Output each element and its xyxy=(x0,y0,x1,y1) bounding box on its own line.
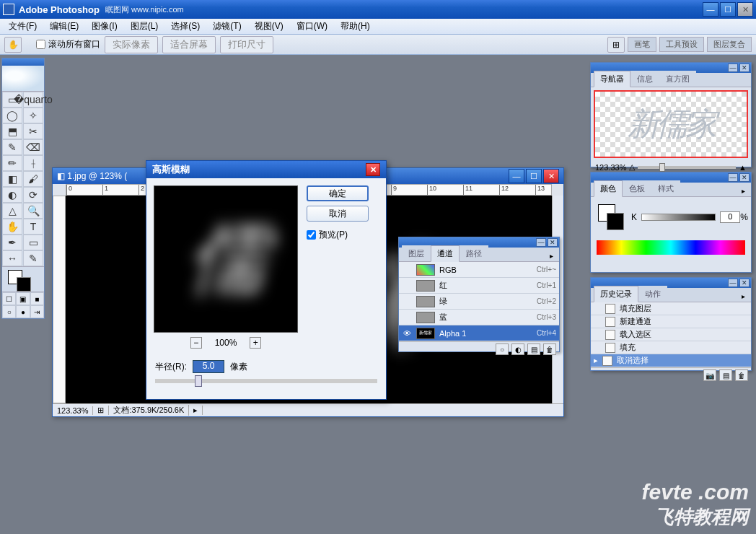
status-zoom[interactable]: 123.33% xyxy=(53,406,93,415)
color-swatches[interactable] xyxy=(2,266,44,292)
opt-tab-comps[interactable]: 图层复合 xyxy=(707,37,752,52)
tool-9[interactable]: ⟊ xyxy=(23,155,43,171)
minimize-button[interactable]: — xyxy=(703,2,718,17)
tool-12[interactable]: ◐ xyxy=(2,187,22,203)
menu-L[interactable]: 图层(L) xyxy=(126,19,163,34)
tool-10[interactable]: ◧ xyxy=(2,171,22,187)
palette-close-button[interactable]: ✕ xyxy=(739,173,750,182)
channel-row[interactable]: 绿Ctrl+2 xyxy=(399,294,559,310)
menu-I[interactable]: 图像(I) xyxy=(87,19,121,34)
dialog-close-button[interactable]: ✕ xyxy=(366,163,380,176)
scroll-all-checkbox[interactable]: 滚动所有窗口 xyxy=(36,38,100,51)
standard-mode-button[interactable]: ☐ xyxy=(2,292,16,305)
menu-S[interactable]: 选择(S) xyxy=(167,19,204,34)
save-selection-button[interactable]: ◐ xyxy=(511,343,524,355)
zoom-in-icon[interactable]: ▲ xyxy=(739,163,747,172)
paths-tab[interactable]: 路径 xyxy=(460,245,488,261)
palette-menu-icon[interactable]: ▸ xyxy=(546,250,556,261)
zoom-slider[interactable] xyxy=(638,166,736,169)
tool-8[interactable]: ✏ xyxy=(2,155,22,171)
palette-menu-icon[interactable]: ▸ xyxy=(738,185,748,196)
info-tab[interactable]: 信息 xyxy=(630,71,659,87)
tool-13[interactable]: ⟳ xyxy=(23,187,43,203)
palette-minimize-button[interactable]: — xyxy=(728,64,738,72)
tool-14[interactable]: △ xyxy=(2,203,22,219)
radius-slider[interactable] xyxy=(155,379,377,383)
palette-minimize-button[interactable]: — xyxy=(728,173,738,182)
tool-3[interactable]: ✧ xyxy=(23,108,43,123)
fit-screen-button[interactable]: 适合屏幕 xyxy=(162,36,216,53)
tool-15[interactable]: 🔍 xyxy=(23,203,43,219)
toolbox-grip[interactable] xyxy=(2,58,44,66)
history-item[interactable]: 填充图层 xyxy=(591,302,751,315)
hand-tool-icon[interactable]: ✋ xyxy=(4,37,22,53)
delete-channel-button[interactable]: 🗑 xyxy=(543,343,556,355)
print-size-button[interactable]: 打印尺寸 xyxy=(220,36,273,53)
fullscreen-menu-button[interactable]: ▣ xyxy=(16,292,30,305)
zoom-in-button[interactable]: + xyxy=(250,337,261,349)
delete-state-button[interactable]: 🗑 xyxy=(735,369,748,381)
palette-minimize-button[interactable]: — xyxy=(728,279,738,287)
tool-1[interactable]: �quarto xyxy=(23,92,43,108)
k-value-input[interactable]: 0 xyxy=(720,211,740,223)
color-swatch-pair[interactable] xyxy=(598,204,627,230)
k-slider[interactable] xyxy=(641,214,716,221)
channel-row[interactable]: 👁新儒家Alpha 1Ctrl+4 xyxy=(399,325,559,341)
tool-2[interactable]: ◯ xyxy=(2,108,22,123)
doc-minimize-button[interactable]: — xyxy=(509,169,524,183)
doc-maximize-button[interactable]: ☐ xyxy=(526,169,542,183)
styles-tab[interactable]: 样式 xyxy=(651,180,680,196)
channel-row[interactable]: RGBCtrl+~ xyxy=(399,262,559,278)
menu-F[interactable]: 文件(F) xyxy=(4,19,41,34)
load-selection-button[interactable]: ○ xyxy=(496,343,509,355)
maximize-button[interactable]: ☐ xyxy=(720,2,736,17)
close-button[interactable]: ✕ xyxy=(737,2,753,17)
menu-W[interactable]: 窗口(W) xyxy=(292,19,332,34)
menu-E[interactable]: 编辑(E) xyxy=(45,19,83,34)
new-channel-button[interactable]: ▤ xyxy=(527,343,540,355)
tool-7[interactable]: ⌫ xyxy=(23,139,43,155)
tool-11[interactable]: 🖌 xyxy=(23,171,43,187)
tool-18[interactable]: ✒ xyxy=(2,235,22,250)
tool-16[interactable]: ✋ xyxy=(2,219,22,235)
swatches-tab[interactable]: 色板 xyxy=(623,180,651,196)
actions-tab[interactable]: 动作 xyxy=(638,286,667,302)
palette-close-button[interactable]: ✕ xyxy=(548,238,558,247)
history-item[interactable]: ▸取消选择 xyxy=(591,354,751,367)
tool-21[interactable]: ✎ xyxy=(23,250,43,266)
menu-H[interactable]: 帮助(H) xyxy=(336,19,374,34)
navigator-tab[interactable]: 导航器 xyxy=(594,71,630,87)
fullscreen-button[interactable]: ■ xyxy=(30,292,44,305)
history-item[interactable]: 新建通道 xyxy=(591,315,751,328)
channel-row[interactable]: 红Ctrl+1 xyxy=(399,278,559,294)
zoom-out-icon[interactable]: △ xyxy=(629,162,635,172)
jump-to-button[interactable]: ⇥ xyxy=(30,305,44,318)
filter-preview[interactable]: 儒 xyxy=(154,185,298,333)
palette-menu-icon[interactable]: ▸ xyxy=(738,291,748,301)
doc-close-button[interactable]: ✕ xyxy=(543,169,559,183)
ok-button[interactable]: 确定 xyxy=(307,185,369,201)
navigator-preview[interactable]: 新儒家 xyxy=(594,90,748,158)
visibility-icon[interactable]: 👁 xyxy=(402,329,412,338)
menu-V[interactable]: 视图(V) xyxy=(250,19,288,34)
opt-tab-presets[interactable]: 工具预设 xyxy=(659,37,704,52)
histogram-tab[interactable]: 直方图 xyxy=(659,71,696,87)
palette-close-button[interactable]: ✕ xyxy=(739,279,750,287)
palette-close-button[interactable]: ✕ xyxy=(739,64,750,72)
channel-row[interactable]: 蓝Ctrl+3 xyxy=(399,310,559,325)
tool-19[interactable]: ▭ xyxy=(23,235,43,250)
tool-20[interactable]: ↔ xyxy=(2,250,22,266)
tool-6[interactable]: ✎ xyxy=(2,139,22,155)
palette-minimize-button[interactable]: — xyxy=(536,238,546,247)
tool-5[interactable]: ✂ xyxy=(23,123,43,139)
history-tab[interactable]: 历史记录 xyxy=(594,286,638,302)
status-menu-icon[interactable]: ▸ xyxy=(189,406,203,415)
history-item[interactable]: 填充 xyxy=(591,341,751,354)
tool-17[interactable]: T xyxy=(23,219,43,235)
color-ramp[interactable] xyxy=(597,240,745,255)
tool-4[interactable]: ⬒ xyxy=(2,123,22,139)
preview-checkbox[interactable]: 预览(P) xyxy=(307,229,369,241)
menu-T[interactable]: 滤镜(T) xyxy=(208,19,245,34)
layers-tab[interactable]: 图层 xyxy=(402,245,431,261)
dialog-titlebar[interactable]: 高斯模糊 ✕ xyxy=(146,161,386,178)
